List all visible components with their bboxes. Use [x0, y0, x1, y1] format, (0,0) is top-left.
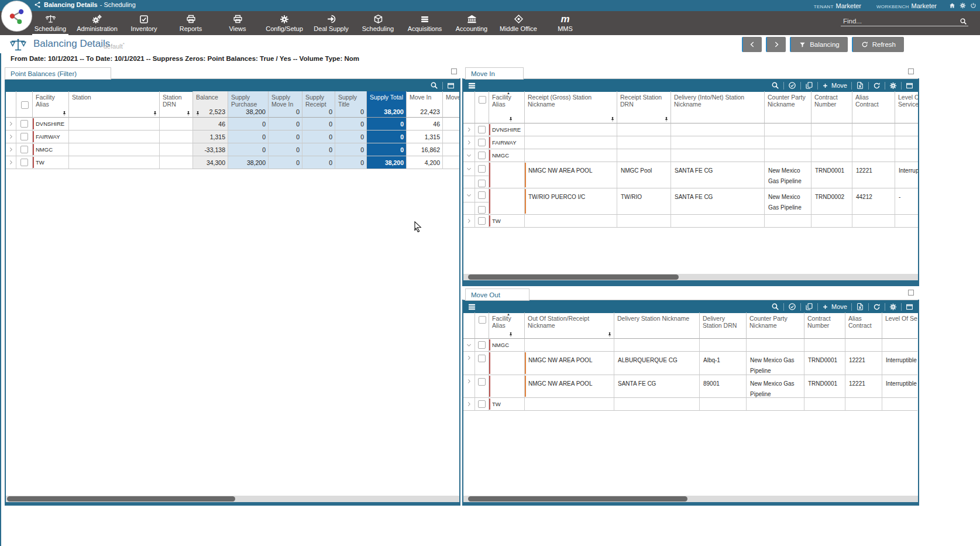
group-row-dvn[interactable]: DVNSHIRE: [463, 123, 919, 136]
list-icon[interactable]: [467, 81, 476, 90]
nav-item-acquisitions[interactable]: Acquisitions: [401, 11, 448, 35]
tab-move-in[interactable]: Move In: [465, 67, 524, 80]
gear-icon[interactable]: [889, 303, 897, 311]
move-out-popout-icon[interactable]: [908, 290, 914, 296]
expand-chevron-icon[interactable]: [8, 147, 13, 152]
detail-row-albuquerque[interactable]: NMGC NW AREA POOL ALBURQUERQUE CG Albq-1…: [463, 352, 917, 375]
column-header-facility-alias[interactable]: ▲Facility Alias: [489, 313, 525, 339]
select-all-checkbox[interactable]: [479, 96, 486, 104]
search-icon[interactable]: [771, 303, 779, 311]
nav-item-scheduling[interactable]: Scheduling: [27, 11, 74, 35]
column-header-alias-contract[interactable]: Alias Contract: [845, 313, 882, 339]
column-header-out-of-station[interactable]: Out Of Station/Receipt Nickname: [525, 313, 614, 339]
search-icon[interactable]: [771, 81, 779, 90]
collapse-chevron-icon[interactable]: [466, 153, 472, 158]
scrollbar-track[interactable]: [463, 496, 918, 502]
row-checkbox[interactable]: [478, 378, 486, 386]
group-row-tw[interactable]: TW: [463, 215, 919, 228]
table-row-tw[interactable]: TW 34,300 38,200 0 0 0 38,200 4,200: [6, 156, 460, 169]
column-header-delivery-station[interactable]: Delivery (Into/Net) Station Nickname: [671, 91, 765, 123]
window-icon[interactable]: [447, 82, 455, 90]
column-header-contract-number[interactable]: Contract Number: [811, 91, 852, 123]
column-header-facility-alias[interactable]: ▲Facility Alias: [489, 91, 525, 123]
column-header-supply-move-in[interactable]: Supply Move In0: [269, 91, 302, 118]
excel-export-icon[interactable]: [856, 81, 864, 90]
column-header-station[interactable]: Station: [69, 91, 160, 118]
add-move-button[interactable]: Move: [822, 303, 847, 310]
row-checkbox[interactable]: [20, 146, 28, 153]
row-checkbox[interactable]: [478, 152, 486, 159]
pin-icon[interactable]: [195, 111, 201, 116]
excel-export-icon[interactable]: [856, 303, 864, 311]
row-checkbox[interactable]: [20, 120, 28, 128]
column-header-supply-title[interactable]: Supply Title0: [335, 91, 367, 118]
power-icon[interactable]: [970, 2, 976, 9]
pin-icon[interactable]: [508, 332, 514, 338]
column-header-supply-purchase[interactable]: Supply Purchase38,200: [228, 91, 269, 118]
group-row-nmgc[interactable]: NMGC: [463, 339, 917, 352]
table-row-nmgc[interactable]: NMGC -33,138 0 0 0 0 0 16,862: [6, 143, 460, 156]
row-checkbox[interactable]: [478, 139, 486, 146]
nav-item-scheduling-2[interactable]: Scheduling: [355, 11, 401, 35]
scrollbar-track[interactable]: [6, 496, 459, 502]
column-header-delivery-station[interactable]: Delivery Station Nickname: [614, 313, 700, 339]
group-row-tw[interactable]: TW: [463, 398, 917, 411]
table-row-fairway[interactable]: FAIRWAY 1,315 0 0 0 0 0 1,315: [6, 131, 460, 143]
column-header-facility-alias[interactable]: Facility Alias: [33, 91, 69, 118]
refresh-icon[interactable]: [873, 303, 881, 311]
column-header-contract-number[interactable]: Contract Number: [804, 313, 845, 339]
expand-chevron-icon[interactable]: [466, 355, 472, 360]
tenant-value[interactable]: Marketer: [836, 2, 861, 9]
copy-icon[interactable]: [805, 303, 813, 311]
collapse-chevron-icon[interactable]: [466, 193, 472, 198]
group-row-nmgc[interactable]: NMGC: [463, 149, 919, 162]
nav-item-views[interactable]: Views: [214, 11, 261, 35]
scrollbar-thumb[interactable]: [7, 496, 235, 502]
collapse-chevron-icon[interactable]: [466, 342, 472, 348]
detail-row-santa-fe[interactable]: NMGC NW AREA POOL SANTA FE CG 89001 New …: [463, 375, 917, 398]
scrollbar-thumb[interactable]: [468, 496, 687, 502]
select-all-checkbox[interactable]: [479, 316, 486, 324]
pin-icon[interactable]: [508, 116, 514, 122]
column-header-supply-receipt[interactable]: Supply Receipt0: [302, 91, 335, 118]
pin-icon[interactable]: [185, 111, 191, 116]
select-all-checkbox[interactable]: [21, 101, 29, 109]
workbench-value[interactable]: Marketer: [912, 2, 937, 9]
refresh-button[interactable]: Refresh: [852, 37, 904, 52]
expand-chevron-icon[interactable]: [466, 401, 472, 407]
prev-button[interactable]: [742, 37, 762, 52]
expand-chevron-icon[interactable]: [466, 218, 472, 224]
nav-item-config-setup[interactable]: Config/Setup: [261, 11, 308, 35]
add-move-button[interactable]: Move: [822, 82, 847, 89]
row-checkbox[interactable]: [478, 126, 486, 133]
group-row-fairway[interactable]: FAIRWAY: [463, 136, 919, 149]
column-header-station-drn[interactable]: Station DRN: [160, 91, 193, 118]
row-checkbox[interactable]: [478, 355, 486, 362]
nav-item-mms[interactable]: m MMS: [542, 11, 589, 35]
expand-chevron-icon[interactable]: [8, 121, 13, 126]
column-header-receipt-drn[interactable]: Receipt Station DRN: [617, 91, 671, 123]
scrollbar-thumb[interactable]: [468, 274, 679, 280]
nav-item-inventory[interactable]: Inventory: [121, 11, 167, 35]
row-checkbox[interactable]: [478, 217, 486, 225]
scrollbar-track[interactable]: [463, 274, 918, 280]
expand-chevron-icon[interactable]: [8, 134, 13, 139]
row-checkbox[interactable]: [478, 400, 486, 408]
nested-row-checkbox[interactable]: [478, 206, 486, 214]
column-header-level-of-service[interactable]: Level Of Service: [882, 313, 917, 339]
pin-icon[interactable]: [610, 116, 615, 122]
pin-icon[interactable]: [152, 111, 158, 116]
gear-icon[interactable]: [960, 2, 966, 9]
pin-icon[interactable]: [61, 111, 67, 116]
expand-chevron-icon[interactable]: [466, 140, 472, 145]
nav-item-middle-office[interactable]: Middle Office: [495, 11, 542, 35]
column-header-counter-party[interactable]: Counter Party Nickname: [765, 91, 811, 123]
nav-item-deal-supply[interactable]: Deal Supply: [308, 11, 355, 35]
expand-chevron-icon[interactable]: [466, 127, 472, 132]
search-icon[interactable]: [430, 81, 438, 90]
refresh-icon[interactable]: [873, 82, 881, 90]
window-icon[interactable]: [906, 82, 913, 90]
window-icon[interactable]: [906, 303, 913, 311]
expand-chevron-icon[interactable]: [466, 379, 472, 384]
column-header-receipt-station[interactable]: Receipt (Gross) Station Nickname: [525, 91, 617, 123]
